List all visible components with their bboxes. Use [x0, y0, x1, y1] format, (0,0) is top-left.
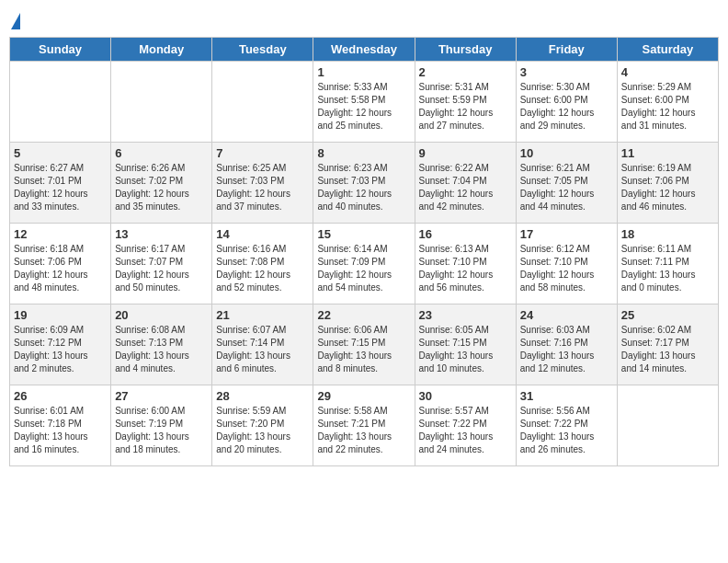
- calendar-cell: 6Sunrise: 6:26 AM Sunset: 7:02 PM Daylig…: [111, 143, 212, 224]
- calendar-cell: 31Sunrise: 5:56 AM Sunset: 7:22 PM Dayli…: [516, 385, 617, 466]
- cell-day-number: 25: [621, 308, 714, 322]
- logo-triangle-icon: [11, 13, 20, 29]
- calendar-cell: 20Sunrise: 6:08 AM Sunset: 7:13 PM Dayli…: [111, 304, 212, 385]
- calendar-cell: 7Sunrise: 6:25 AM Sunset: 7:03 PM Daylig…: [212, 143, 313, 224]
- cell-day-number: 26: [14, 389, 107, 403]
- cell-info: Sunrise: 6:27 AM Sunset: 7:01 PM Dayligh…: [14, 162, 107, 213]
- calendar-cell: 10Sunrise: 6:21 AM Sunset: 7:05 PM Dayli…: [516, 143, 617, 224]
- day-header-wednesday: Wednesday: [313, 38, 415, 62]
- cell-day-number: 30: [419, 389, 512, 403]
- cell-day-number: 19: [14, 308, 107, 322]
- calendar-cell: 29Sunrise: 5:58 AM Sunset: 7:21 PM Dayli…: [313, 385, 415, 466]
- cell-day-number: 27: [115, 389, 208, 403]
- cell-info: Sunrise: 5:56 AM Sunset: 7:22 PM Dayligh…: [520, 405, 613, 456]
- cell-info: Sunrise: 6:25 AM Sunset: 7:03 PM Dayligh…: [216, 162, 309, 213]
- cell-day-number: 6: [115, 146, 208, 160]
- logo: [9, 13, 20, 31]
- cell-day-number: 23: [419, 308, 512, 322]
- cell-info: Sunrise: 6:19 AM Sunset: 7:06 PM Dayligh…: [621, 162, 714, 213]
- day-header-monday: Monday: [111, 38, 212, 62]
- cell-day-number: 22: [317, 308, 410, 322]
- calendar-cell: [617, 385, 718, 466]
- calendar-cell: 15Sunrise: 6:14 AM Sunset: 7:09 PM Dayli…: [313, 224, 415, 304]
- cell-info: Sunrise: 6:17 AM Sunset: 7:07 PM Dayligh…: [115, 243, 208, 294]
- calendar-cell: 18Sunrise: 6:11 AM Sunset: 7:11 PM Dayli…: [617, 224, 718, 304]
- cell-day-number: 16: [419, 227, 512, 241]
- calendar-cell: 25Sunrise: 6:02 AM Sunset: 7:17 PM Dayli…: [617, 304, 718, 385]
- cell-day-number: 11: [621, 146, 714, 160]
- day-header-sunday: Sunday: [10, 38, 111, 62]
- cell-day-number: 3: [520, 65, 613, 79]
- calendar-cell: 30Sunrise: 5:57 AM Sunset: 7:22 PM Dayli…: [415, 385, 516, 466]
- cell-info: Sunrise: 5:30 AM Sunset: 6:00 PM Dayligh…: [520, 81, 613, 132]
- cell-day-number: 17: [520, 227, 613, 241]
- calendar-table: SundayMondayTuesdayWednesdayThursdayFrid…: [9, 37, 719, 466]
- cell-day-number: 1: [317, 65, 410, 79]
- cell-info: Sunrise: 6:08 AM Sunset: 7:13 PM Dayligh…: [115, 324, 208, 375]
- page-header: [9, 9, 719, 31]
- cell-info: Sunrise: 6:01 AM Sunset: 7:18 PM Dayligh…: [14, 405, 107, 456]
- cell-info: Sunrise: 6:12 AM Sunset: 7:10 PM Dayligh…: [520, 243, 613, 294]
- cell-day-number: 9: [419, 146, 512, 160]
- cell-day-number: 15: [317, 227, 410, 241]
- cell-info: Sunrise: 5:59 AM Sunset: 7:20 PM Dayligh…: [216, 405, 309, 456]
- cell-day-number: 20: [115, 308, 208, 322]
- cell-info: Sunrise: 5:57 AM Sunset: 7:22 PM Dayligh…: [419, 405, 512, 456]
- cell-day-number: 7: [216, 146, 309, 160]
- cell-info: Sunrise: 5:33 AM Sunset: 5:58 PM Dayligh…: [317, 81, 410, 132]
- cell-day-number: 21: [216, 308, 309, 322]
- cell-info: Sunrise: 6:07 AM Sunset: 7:14 PM Dayligh…: [216, 324, 309, 375]
- calendar-cell: 26Sunrise: 6:01 AM Sunset: 7:18 PM Dayli…: [10, 385, 111, 466]
- cell-info: Sunrise: 6:09 AM Sunset: 7:12 PM Dayligh…: [14, 324, 107, 375]
- calendar-cell: [111, 62, 212, 143]
- calendar-cell: 1Sunrise: 5:33 AM Sunset: 5:58 PM Daylig…: [313, 62, 415, 143]
- cell-info: Sunrise: 6:06 AM Sunset: 7:15 PM Dayligh…: [317, 324, 410, 375]
- calendar-cell: 11Sunrise: 6:19 AM Sunset: 7:06 PM Dayli…: [617, 143, 718, 224]
- calendar-cell: 19Sunrise: 6:09 AM Sunset: 7:12 PM Dayli…: [10, 304, 111, 385]
- cell-info: Sunrise: 6:11 AM Sunset: 7:11 PM Dayligh…: [621, 243, 714, 294]
- calendar-cell: 24Sunrise: 6:03 AM Sunset: 7:16 PM Dayli…: [516, 304, 617, 385]
- calendar-cell: 23Sunrise: 6:05 AM Sunset: 7:15 PM Dayli…: [415, 304, 516, 385]
- calendar-cell: 5Sunrise: 6:27 AM Sunset: 7:01 PM Daylig…: [10, 143, 111, 224]
- calendar-cell: 21Sunrise: 6:07 AM Sunset: 7:14 PM Dayli…: [212, 304, 313, 385]
- calendar-cell: 2Sunrise: 5:31 AM Sunset: 5:59 PM Daylig…: [415, 62, 516, 143]
- calendar-cell: 9Sunrise: 6:22 AM Sunset: 7:04 PM Daylig…: [415, 143, 516, 224]
- calendar-cell: 12Sunrise: 6:18 AM Sunset: 7:06 PM Dayli…: [10, 224, 111, 304]
- cell-day-number: 18: [621, 227, 714, 241]
- cell-day-number: 10: [520, 146, 613, 160]
- calendar-cell: 22Sunrise: 6:06 AM Sunset: 7:15 PM Dayli…: [313, 304, 415, 385]
- cell-day-number: 4: [621, 65, 714, 79]
- cell-info: Sunrise: 6:03 AM Sunset: 7:16 PM Dayligh…: [520, 324, 613, 375]
- calendar-cell: 14Sunrise: 6:16 AM Sunset: 7:08 PM Dayli…: [212, 224, 313, 304]
- cell-day-number: 24: [520, 308, 613, 322]
- cell-info: Sunrise: 5:58 AM Sunset: 7:21 PM Dayligh…: [317, 405, 410, 456]
- cell-day-number: 8: [317, 146, 410, 160]
- cell-day-number: 14: [216, 227, 309, 241]
- cell-info: Sunrise: 6:00 AM Sunset: 7:19 PM Dayligh…: [115, 405, 208, 456]
- day-header-friday: Friday: [516, 38, 617, 62]
- cell-info: Sunrise: 6:18 AM Sunset: 7:06 PM Dayligh…: [14, 243, 107, 294]
- day-header-saturday: Saturday: [617, 38, 718, 62]
- calendar-cell: [10, 62, 111, 143]
- cell-info: Sunrise: 6:05 AM Sunset: 7:15 PM Dayligh…: [419, 324, 512, 375]
- cell-info: Sunrise: 6:22 AM Sunset: 7:04 PM Dayligh…: [419, 162, 512, 213]
- calendar-cell: 17Sunrise: 6:12 AM Sunset: 7:10 PM Dayli…: [516, 224, 617, 304]
- calendar-cell: 28Sunrise: 5:59 AM Sunset: 7:20 PM Dayli…: [212, 385, 313, 466]
- cell-day-number: 12: [14, 227, 107, 241]
- cell-day-number: 28: [216, 389, 309, 403]
- calendar-cell: 4Sunrise: 5:29 AM Sunset: 6:00 PM Daylig…: [617, 62, 718, 143]
- cell-info: Sunrise: 6:21 AM Sunset: 7:05 PM Dayligh…: [520, 162, 613, 213]
- day-header-tuesday: Tuesday: [212, 38, 313, 62]
- day-header-thursday: Thursday: [415, 38, 516, 62]
- cell-info: Sunrise: 6:13 AM Sunset: 7:10 PM Dayligh…: [419, 243, 512, 294]
- cell-day-number: 13: [115, 227, 208, 241]
- calendar-cell: 13Sunrise: 6:17 AM Sunset: 7:07 PM Dayli…: [111, 224, 212, 304]
- cell-info: Sunrise: 6:02 AM Sunset: 7:17 PM Dayligh…: [621, 324, 714, 375]
- cell-day-number: 5: [14, 146, 107, 160]
- cell-day-number: 29: [317, 389, 410, 403]
- calendar-cell: 3Sunrise: 5:30 AM Sunset: 6:00 PM Daylig…: [516, 62, 617, 143]
- cell-info: Sunrise: 6:26 AM Sunset: 7:02 PM Dayligh…: [115, 162, 208, 213]
- cell-info: Sunrise: 6:16 AM Sunset: 7:08 PM Dayligh…: [216, 243, 309, 294]
- cell-day-number: 2: [419, 65, 512, 79]
- calendar-cell: 8Sunrise: 6:23 AM Sunset: 7:03 PM Daylig…: [313, 143, 415, 224]
